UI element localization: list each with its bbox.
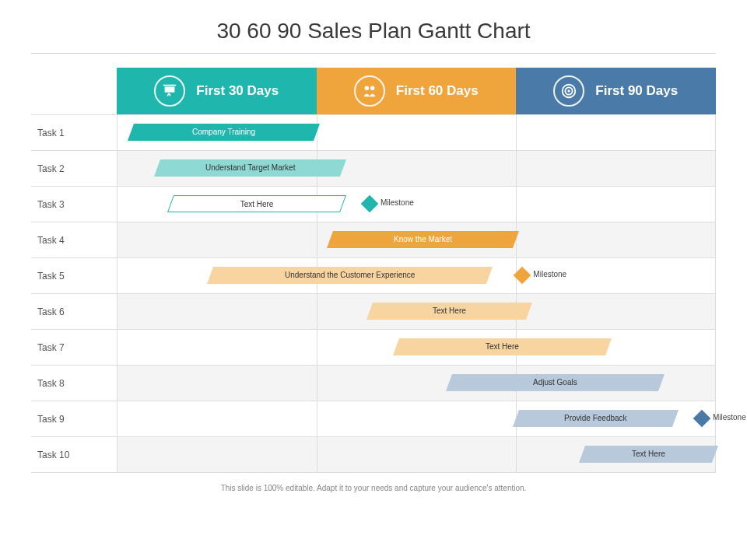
svg-point-2 (568, 89, 570, 92)
column-label: First 30 Days (196, 83, 279, 99)
table-row: Task 3Text HereMilestone (31, 187, 716, 222)
presentation-icon (154, 75, 185, 107)
gantt-bar: Understand Target Market (154, 159, 346, 177)
gantt-cell: Know the Market (117, 222, 716, 258)
handshake-icon (354, 75, 385, 107)
gantt-cell: Understand Target Market (117, 151, 716, 187)
column-label: First 60 Days (396, 83, 479, 99)
table-row: Task 8Adjust Goals (31, 366, 716, 401)
milestone-label: Milestone (533, 270, 566, 278)
milestone-diamond-icon (361, 195, 379, 213)
gantt-cell: Text HereMilestone (117, 187, 716, 222)
gantt-bar-label: Text Here (433, 303, 466, 320)
task-label: Task 10 (31, 437, 117, 473)
gantt-bar: Adjust Goals (446, 374, 665, 391)
gantt-bar: Text Here (579, 446, 718, 463)
gantt-cell: Text Here (117, 330, 716, 366)
column-header-90: First 90 Days (516, 68, 716, 115)
table-row: Task 10Text Here (31, 437, 716, 473)
task-label: Task 5 (31, 258, 117, 294)
gantt-bar-label: Understand Target Market (205, 159, 295, 177)
gantt-bar-label: Provide Feedback (564, 410, 627, 427)
gantt-chart: First 30 Days First 60 Days First 90 Day… (31, 68, 716, 473)
table-row: Task 1Company Training (31, 115, 716, 151)
table-row: Task 7Text Here (31, 330, 716, 366)
task-label: Task 8 (31, 366, 117, 401)
column-label: First 90 Days (595, 83, 678, 99)
gantt-bar-label: Text Here (486, 338, 519, 355)
gantt-bar-label: Company Training (192, 124, 255, 141)
gantt-header-row: First 30 Days First 60 Days First 90 Day… (31, 68, 716, 115)
milestone-diamond-icon (693, 410, 711, 428)
gantt-bar-label: Adjust Goals (534, 374, 578, 391)
column-header-30: First 30 Days (117, 68, 317, 115)
table-row: Task 5Understand the Customer Experience… (31, 258, 716, 294)
gantt-bar: Text Here (366, 303, 532, 320)
gantt-bar-label: Text Here (632, 446, 665, 463)
task-label: Task 7 (31, 330, 117, 366)
target-icon (553, 75, 584, 107)
table-row: Task 4Know the Market (31, 222, 716, 258)
task-label: Task 6 (31, 294, 117, 330)
gantt-cell: Understand the Customer ExperienceMilest… (117, 258, 716, 294)
task-label: Task 3 (31, 187, 117, 222)
task-label: Task 2 (31, 151, 117, 187)
gantt-bar: Company Training (128, 124, 320, 141)
gantt-cell: Provide FeedbackMilestone (117, 401, 716, 437)
gantt-bar-label: Understand the Customer Experience (285, 267, 415, 284)
table-row: Task 9Provide FeedbackMilestone (31, 401, 716, 437)
gantt-cell: Adjust Goals (117, 366, 716, 401)
divider (31, 53, 716, 54)
gantt-bar: Text Here (167, 195, 346, 212)
gantt-bar: Text Here (393, 338, 612, 355)
gantt-cell: Text Here (117, 294, 716, 330)
gantt-cell: Company Training (117, 115, 716, 151)
task-label: Task 9 (31, 401, 117, 437)
gantt-cell: Text Here (117, 437, 716, 473)
table-row: Task 6Text Here (31, 294, 716, 330)
gantt-bar: Understand the Customer Experience (207, 267, 493, 284)
milestone-label: Milestone (713, 413, 746, 422)
task-label: Task 4 (31, 222, 117, 258)
gantt-bar: Know the Market (327, 231, 519, 248)
milestone-label: Milestone (381, 198, 414, 207)
gantt-bar-label: Know the Market (394, 231, 452, 248)
page-title: 30 60 90 Sales Plan Gantt Chart (31, 19, 716, 44)
gantt-bar: Provide Feedback (513, 410, 679, 427)
table-row: Task 2Understand Target Market (31, 151, 716, 187)
task-label: Task 1 (31, 115, 117, 151)
caption: This slide is 100% editable. Adapt it to… (31, 484, 716, 492)
column-header-60: First 60 Days (317, 68, 517, 115)
gantt-bar-label: Text Here (240, 196, 273, 213)
